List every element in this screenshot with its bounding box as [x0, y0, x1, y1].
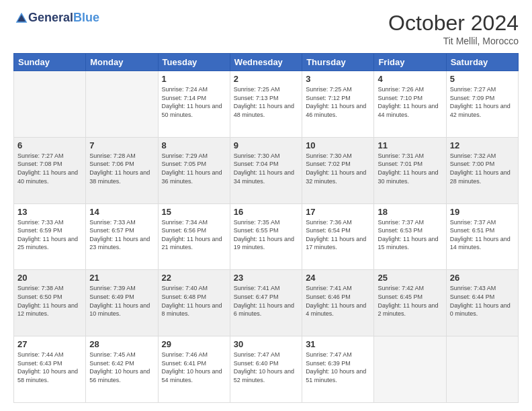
calendar-week-row: 1Sunrise: 7:24 AMSunset: 7:14 PMDaylight… [14, 71, 519, 138]
calendar-day-cell: 2Sunrise: 7:25 AMSunset: 7:13 PMDaylight… [230, 71, 302, 138]
col-monday: Monday [86, 54, 158, 71]
calendar-day-cell: 31Sunrise: 7:47 AMSunset: 6:39 PMDayligh… [302, 336, 374, 403]
day-info: Sunrise: 7:25 AMSunset: 7:13 PMDaylight:… [234, 85, 298, 119]
col-wednesday: Wednesday [230, 54, 302, 71]
day-number: 3 [306, 74, 370, 84]
day-info: Sunrise: 7:47 AMSunset: 6:40 PMDaylight:… [234, 351, 298, 384]
day-info: Sunrise: 7:35 AMSunset: 6:55 PMDaylight:… [234, 218, 298, 252]
day-number: 18 [378, 207, 442, 217]
calendar-day-cell: 18Sunrise: 7:37 AMSunset: 6:53 PMDayligh… [374, 203, 446, 270]
day-number: 17 [306, 207, 370, 217]
day-number: 15 [162, 207, 226, 217]
day-number: 30 [234, 339, 298, 349]
calendar-day-cell: 17Sunrise: 7:36 AMSunset: 6:54 PMDayligh… [302, 203, 374, 270]
calendar-day-cell: 30Sunrise: 7:47 AMSunset: 6:40 PMDayligh… [230, 336, 302, 403]
calendar-day-cell: 25Sunrise: 7:42 AMSunset: 6:45 PMDayligh… [374, 270, 446, 336]
day-number: 13 [17, 207, 82, 217]
day-number: 9 [234, 140, 298, 150]
day-info: Sunrise: 7:33 AMSunset: 6:59 PMDaylight:… [17, 218, 82, 252]
day-info: Sunrise: 7:38 AMSunset: 6:50 PMDaylight:… [17, 284, 82, 318]
day-info: Sunrise: 7:30 AMSunset: 7:04 PMDaylight:… [234, 152, 298, 185]
col-thursday: Thursday [302, 54, 374, 71]
day-info: Sunrise: 7:36 AMSunset: 6:54 PMDaylight:… [306, 218, 370, 252]
day-info: Sunrise: 7:24 AMSunset: 7:14 PMDaylight:… [162, 85, 226, 119]
calendar-table: Sunday Monday Tuesday Wednesday Thursday… [13, 53, 519, 403]
day-number: 7 [89, 140, 154, 150]
day-number: 11 [378, 140, 442, 150]
day-info: Sunrise: 7:44 AMSunset: 6:43 PMDaylight:… [17, 351, 82, 384]
day-info: Sunrise: 7:47 AMSunset: 6:39 PMDaylight:… [306, 351, 370, 384]
calendar-day-cell: 3Sunrise: 7:25 AMSunset: 7:12 PMDaylight… [302, 71, 374, 138]
calendar-day-cell: 28Sunrise: 7:45 AMSunset: 6:42 PMDayligh… [86, 336, 158, 403]
calendar-day-cell [374, 336, 446, 403]
calendar-day-cell [446, 336, 518, 403]
calendar-day-cell [86, 71, 158, 138]
day-number: 6 [17, 140, 82, 150]
day-number: 24 [306, 273, 370, 283]
calendar-day-cell: 29Sunrise: 7:46 AMSunset: 6:41 PMDayligh… [158, 336, 230, 403]
calendar-day-cell: 12Sunrise: 7:32 AMSunset: 7:00 PMDayligh… [446, 137, 518, 203]
day-number: 28 [89, 339, 154, 349]
calendar-day-cell: 23Sunrise: 7:41 AMSunset: 6:47 PMDayligh… [230, 270, 302, 336]
day-info: Sunrise: 7:40 AMSunset: 6:48 PMDaylight:… [162, 284, 226, 318]
day-info: Sunrise: 7:42 AMSunset: 6:45 PMDaylight:… [378, 284, 442, 318]
day-number: 10 [306, 140, 370, 150]
calendar-day-cell: 16Sunrise: 7:35 AMSunset: 6:55 PMDayligh… [230, 203, 302, 270]
calendar-day-cell: 20Sunrise: 7:38 AMSunset: 6:50 PMDayligh… [14, 270, 86, 336]
day-number: 29 [162, 339, 226, 349]
calendar-week-row: 6Sunrise: 7:27 AMSunset: 7:08 PMDaylight… [14, 137, 519, 203]
calendar-day-cell: 26Sunrise: 7:43 AMSunset: 6:44 PMDayligh… [446, 270, 518, 336]
col-friday: Friday [374, 54, 446, 71]
day-number: 4 [378, 74, 442, 84]
day-number: 22 [162, 273, 226, 283]
day-info: Sunrise: 7:26 AMSunset: 7:10 PMDaylight:… [378, 85, 442, 119]
day-number: 31 [306, 339, 370, 349]
calendar-day-cell: 22Sunrise: 7:40 AMSunset: 6:48 PMDayligh… [158, 270, 230, 336]
calendar-day-cell: 15Sunrise: 7:34 AMSunset: 6:56 PMDayligh… [158, 203, 230, 270]
logo-icon [15, 11, 28, 25]
day-info: Sunrise: 7:41 AMSunset: 6:47 PMDaylight:… [234, 284, 298, 318]
calendar-day-cell: 24Sunrise: 7:41 AMSunset: 6:46 PMDayligh… [302, 270, 374, 336]
location-subtitle: Tit Mellil, Morocco [388, 36, 519, 46]
day-number: 19 [450, 207, 515, 217]
day-number: 20 [17, 273, 82, 283]
day-info: Sunrise: 7:32 AMSunset: 7:00 PMDaylight:… [450, 152, 515, 185]
title-section: October 2024 Tit Mellil, Morocco [388, 11, 519, 46]
day-number: 26 [450, 273, 515, 283]
day-info: Sunrise: 7:39 AMSunset: 6:49 PMDaylight:… [89, 284, 154, 318]
col-sunday: Sunday [14, 54, 86, 71]
day-number: 25 [378, 273, 442, 283]
calendar-week-row: 13Sunrise: 7:33 AMSunset: 6:59 PMDayligh… [14, 203, 519, 270]
day-info: Sunrise: 7:29 AMSunset: 7:05 PMDaylight:… [162, 152, 226, 185]
day-number: 5 [450, 74, 515, 84]
day-number: 12 [450, 140, 515, 150]
calendar-week-row: 27Sunrise: 7:44 AMSunset: 6:43 PMDayligh… [14, 336, 519, 403]
col-saturday: Saturday [446, 54, 518, 71]
day-info: Sunrise: 7:30 AMSunset: 7:02 PMDaylight:… [306, 152, 370, 185]
day-number: 21 [89, 273, 154, 283]
day-number: 2 [234, 74, 298, 84]
calendar-day-cell: 10Sunrise: 7:30 AMSunset: 7:02 PMDayligh… [302, 137, 374, 203]
calendar-day-cell: 7Sunrise: 7:28 AMSunset: 7:06 PMDaylight… [86, 137, 158, 203]
calendar-day-cell: 19Sunrise: 7:37 AMSunset: 6:51 PMDayligh… [446, 203, 518, 270]
day-info: Sunrise: 7:37 AMSunset: 6:51 PMDaylight:… [450, 218, 515, 252]
month-title: October 2024 [388, 11, 519, 36]
page: GeneralBlue October 2024 Tit Mellil, Mor… [0, 0, 532, 411]
day-info: Sunrise: 7:28 AMSunset: 7:06 PMDaylight:… [89, 152, 154, 185]
calendar-day-cell: 13Sunrise: 7:33 AMSunset: 6:59 PMDayligh… [14, 203, 86, 270]
day-info: Sunrise: 7:37 AMSunset: 6:53 PMDaylight:… [378, 218, 442, 252]
day-number: 23 [234, 273, 298, 283]
calendar-day-cell: 4Sunrise: 7:26 AMSunset: 7:10 PMDaylight… [374, 71, 446, 138]
calendar-day-cell: 1Sunrise: 7:24 AMSunset: 7:14 PMDaylight… [158, 71, 230, 138]
day-info: Sunrise: 7:31 AMSunset: 7:01 PMDaylight:… [378, 152, 442, 185]
day-info: Sunrise: 7:41 AMSunset: 6:46 PMDaylight:… [306, 284, 370, 318]
day-number: 16 [234, 207, 298, 217]
day-number: 27 [17, 339, 82, 349]
header: GeneralBlue October 2024 Tit Mellil, Mor… [13, 11, 519, 46]
day-info: Sunrise: 7:46 AMSunset: 6:41 PMDaylight:… [162, 351, 226, 384]
day-number: 14 [89, 207, 154, 217]
day-info: Sunrise: 7:34 AMSunset: 6:56 PMDaylight:… [162, 218, 226, 252]
day-info: Sunrise: 7:27 AMSunset: 7:08 PMDaylight:… [17, 152, 82, 185]
calendar-day-cell [14, 71, 86, 138]
col-tuesday: Tuesday [158, 54, 230, 71]
